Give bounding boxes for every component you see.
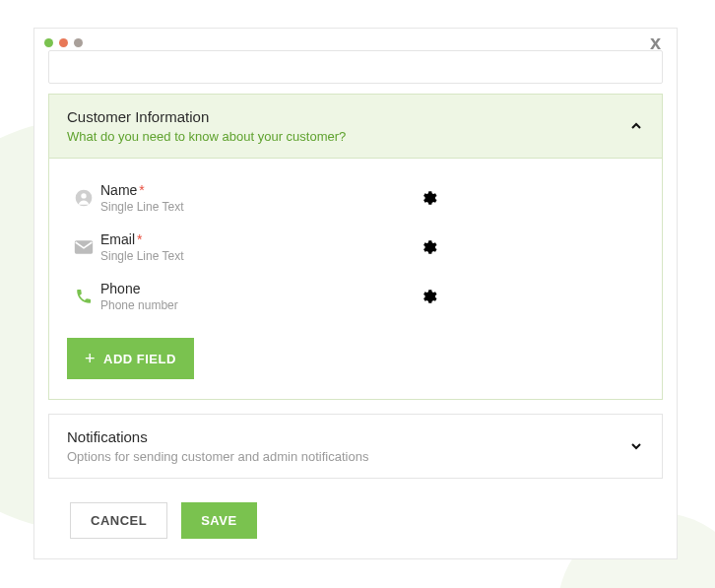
gear-icon[interactable] xyxy=(416,284,441,309)
field-type: Single Line Text xyxy=(100,249,297,263)
cancel-button[interactable]: CANCEL xyxy=(70,502,167,539)
person-icon xyxy=(67,188,100,208)
gear-icon[interactable] xyxy=(416,185,441,211)
field-text: Email* Single Line Text xyxy=(100,231,297,263)
traffic-light-dot xyxy=(44,38,53,47)
add-field-label: ADD FIELD xyxy=(103,352,176,366)
notifications-header[interactable]: Notifications Options for sending custom… xyxy=(49,415,662,478)
plus-icon: + xyxy=(85,350,96,367)
field-text: Name* Single Line Text xyxy=(100,182,297,214)
field-row: Email* Single Line Text xyxy=(67,226,644,269)
window-titlebar: x xyxy=(34,29,677,50)
required-marker: * xyxy=(137,231,142,247)
svg-point-1 xyxy=(81,193,86,198)
phone-icon xyxy=(67,288,100,305)
chevron-up-icon xyxy=(628,118,644,134)
field-row: Phone Phone number xyxy=(67,275,644,318)
collapsed-card-stub xyxy=(48,50,663,84)
card-body: Name* Single Line Text Email* Single Lin… xyxy=(49,159,662,399)
chevron-down-icon xyxy=(628,438,644,454)
card-subtitle: What do you need to know about your cust… xyxy=(67,129,346,144)
customer-information-card: Customer Information What do you need to… xyxy=(48,94,663,400)
close-button[interactable]: x xyxy=(650,32,667,54)
gear-icon[interactable] xyxy=(416,234,441,260)
customer-information-header[interactable]: Customer Information What do you need to… xyxy=(49,95,662,159)
save-button[interactable]: SAVE xyxy=(181,502,256,539)
field-type: Phone number xyxy=(100,298,297,312)
required-marker: * xyxy=(139,182,144,198)
traffic-light-dot xyxy=(59,38,68,47)
field-type: Single Line Text xyxy=(100,200,297,214)
card-header-text: Notifications Options for sending custom… xyxy=(67,428,368,464)
field-row: Name* Single Line Text xyxy=(67,176,644,220)
dialog-actions: CANCEL SAVE xyxy=(48,492,663,549)
card-title: Customer Information xyxy=(67,108,346,125)
add-field-button[interactable]: + ADD FIELD xyxy=(67,338,194,379)
dialog-window: x Customer Information What do you need … xyxy=(33,28,678,559)
field-text: Phone Phone number xyxy=(100,281,297,312)
mail-icon xyxy=(67,239,100,255)
field-name: Name* xyxy=(100,182,297,198)
card-header-text: Customer Information What do you need to… xyxy=(67,108,346,144)
traffic-light-dot xyxy=(74,38,83,47)
card-title: Notifications xyxy=(67,428,368,445)
card-subtitle: Options for sending customer and admin n… xyxy=(67,449,368,464)
notifications-card: Notifications Options for sending custom… xyxy=(48,414,663,479)
field-name: Email* xyxy=(100,231,297,247)
dialog-content: Customer Information What do you need to… xyxy=(34,50,677,562)
field-name: Phone xyxy=(100,281,297,296)
